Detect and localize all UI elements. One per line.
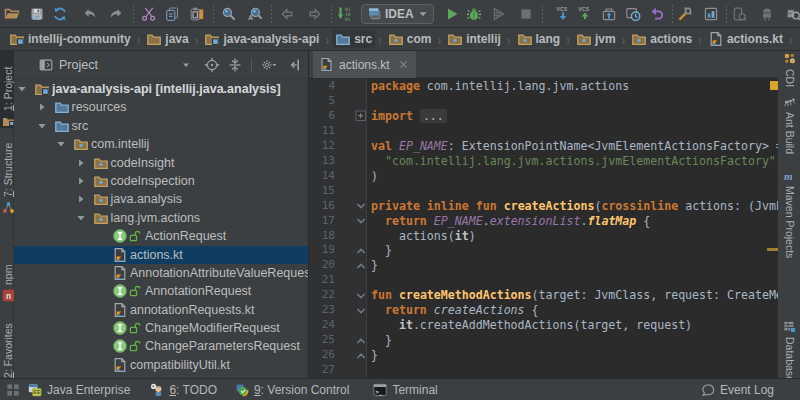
save-all-button[interactable]	[29, 6, 45, 22]
code-line-23[interactable]: 23 return createActions {	[309, 303, 778, 318]
debug-button[interactable]	[466, 6, 482, 22]
close-x-icon[interactable]	[398, 59, 409, 70]
dropdown-arrow-icon[interactable]	[180, 59, 192, 71]
code-line-13[interactable]: 13 "com.intellij.lang.jvm.actions.jvmEle…	[309, 154, 778, 169]
tree-item-changeparametersrequest[interactable]: ChangeParametersRequest	[14, 337, 308, 355]
code-line-11[interactable]: 11	[309, 124, 778, 139]
tree-item-java-analysis-api[interactable]: java-analysis-api [intellij.java.analysi…	[14, 80, 308, 98]
code-line-5[interactable]: 5	[309, 94, 778, 109]
redo-button[interactable]	[108, 6, 124, 22]
tree-item-codeinsight[interactable]: codeInsight	[14, 154, 308, 172]
shelve-button[interactable]	[601, 6, 617, 22]
statusbar-java-enterprise[interactable]: EEJava Enterprise	[28, 383, 130, 397]
local-history-button[interactable]	[625, 6, 641, 22]
code-line-14[interactable]: 14)	[309, 169, 778, 184]
tree-item-codeinspection[interactable]: codeInspection	[14, 172, 308, 190]
statusbar-9-version-control[interactable]: 9: Version Control	[235, 383, 349, 397]
code-line-16[interactable]: 16private inline fun createActions(cross…	[309, 199, 778, 214]
inspection-status-indicator[interactable]	[770, 81, 778, 90]
hide-panel-button[interactable]	[286, 57, 302, 73]
code-line-20[interactable]: 20}	[309, 258, 778, 273]
tree-item-lang-jvm-actions[interactable]: lang.jvm.actions	[14, 209, 308, 227]
breadcrumb-intellij-community[interactable]: intellij-community	[6, 30, 134, 48]
open-folder-button[interactable]	[4, 6, 20, 22]
paste-button[interactable]	[189, 6, 205, 22]
project-structure-button[interactable]	[703, 6, 719, 22]
code-line-26[interactable]: 26}	[309, 348, 778, 363]
tree-item-changemodifierrequest[interactable]: ChangeModifierRequest	[14, 319, 308, 337]
gear-button[interactable]	[259, 57, 279, 73]
tool-button-7-structure[interactable]: 7: Structure	[1, 143, 15, 214]
collapse-all-button[interactable]	[227, 57, 243, 73]
tool-button-2-favorites[interactable]: 2: Favorites	[1, 323, 15, 378]
fold-region-icon[interactable]	[355, 245, 367, 257]
code-line-18[interactable]: 18 actions(it)	[309, 229, 778, 244]
code-line-25[interactable]: 25 }	[309, 333, 778, 348]
breadcrumb-actions.kt[interactable]: actions.kt	[705, 30, 786, 48]
tree-arrow-collapsed[interactable]	[75, 175, 87, 187]
tool-button-ant-build[interactable]: Ant Build	[783, 95, 797, 154]
breadcrumb-actions[interactable]: actions	[628, 30, 695, 48]
tree-item-actionrequest[interactable]: ActionRequest	[14, 227, 308, 245]
fold-region-icon[interactable]	[355, 260, 367, 272]
breadcrumb-java[interactable]: java	[143, 30, 191, 48]
tree-arrow-expanded[interactable]	[75, 212, 87, 224]
stop-button[interactable]	[518, 6, 534, 22]
device-monitor-button[interactable]	[731, 6, 747, 22]
run-configuration-combo[interactable]: IDEA	[361, 4, 434, 24]
code-line-19[interactable]: 19 }	[309, 243, 778, 258]
breadcrumb-java-analysis-api[interactable]: java-analysis-api	[201, 30, 322, 48]
synchronize-button[interactable]	[52, 6, 68, 22]
breadcrumb-com[interactable]: com	[385, 30, 435, 48]
tree-arrow-expanded[interactable]	[16, 83, 28, 95]
tree-arrow-collapsed[interactable]	[75, 157, 87, 169]
breadcrumb-jvm[interactable]: jvm	[573, 30, 619, 48]
tree-item-annotationrequest[interactable]: AnnotationRequest	[14, 282, 308, 300]
warning-stripe-mark[interactable]	[767, 248, 778, 251]
tool-button-maven-projects[interactable]: mMaven Projects	[783, 169, 797, 258]
tree-arrow-expanded[interactable]	[55, 138, 67, 150]
settings-button[interactable]	[677, 6, 693, 22]
tree-arrow-collapsed[interactable]	[75, 193, 87, 205]
fold-region-icon[interactable]	[355, 215, 367, 227]
tree-item-annotationattributevaluerequest[interactable]: AnnotationAttributeValueRequest	[14, 264, 308, 282]
tree-item-src[interactable]: src	[14, 117, 308, 135]
cut-button[interactable]	[141, 6, 157, 22]
tree-item-compatibilityutil-kt[interactable]: compatibilityUtil.kt	[14, 356, 308, 374]
find-button[interactable]	[221, 6, 237, 22]
tree-arrow-expanded[interactable]	[36, 120, 48, 132]
tool-button-database[interactable]: Database	[783, 320, 797, 382]
fold-region-icon[interactable]	[355, 305, 367, 317]
tree-item-resources[interactable]: resources	[14, 98, 308, 116]
fold-region-icon[interactable]	[355, 350, 367, 362]
tool-button-npm[interactable]: nnpm	[1, 265, 15, 302]
code-line-12[interactable]: 12val EP_NAME: ExtensionPointName<JvmEle…	[309, 139, 778, 154]
forward-button[interactable]	[307, 6, 323, 22]
tool-button-1-project[interactable]: 1: Project	[1, 67, 15, 128]
android-device-search-button[interactable]	[783, 6, 800, 22]
tree-item-java-analysis[interactable]: java.analysis	[14, 190, 308, 208]
code-line-17[interactable]: 17 return EP_NAME.extensionList.flatMap …	[309, 214, 778, 229]
code-line-22[interactable]: 22fun createMethodActions(target: JvmCla…	[309, 288, 778, 303]
avd-manager-button[interactable]	[759, 6, 775, 22]
code-line-6[interactable]: 6import ...	[309, 109, 778, 124]
tree-item-annotationrequests-kt[interactable]: annotationRequests.kt	[14, 301, 308, 319]
code-line-4[interactable]: 4package com.intellij.lang.jvm.actions	[309, 79, 778, 94]
rollback-button[interactable]	[649, 6, 665, 22]
breadcrumb-src[interactable]: src	[332, 30, 375, 48]
code-line-27[interactable]: 27	[309, 363, 778, 378]
statusbar-terminal[interactable]: >_Terminal	[373, 383, 437, 397]
copy-button[interactable]	[164, 6, 180, 22]
code-line-24[interactable]: 24 it.createAddMethodActions(target, req…	[309, 318, 778, 333]
code-line-21[interactable]: 21	[309, 273, 778, 288]
run-with-coverage-button[interactable]	[490, 6, 506, 22]
undo-button[interactable]	[82, 6, 98, 22]
editor-tab-actions-kt[interactable]: actions.kt	[313, 51, 416, 78]
fold-expand-icon[interactable]	[355, 110, 367, 122]
locate-button[interactable]	[204, 57, 220, 73]
find-in-path-button[interactable]: A	[247, 6, 263, 22]
vcs-commit-button[interactable]: VCS	[575, 6, 595, 22]
statusbar-6-todo[interactable]: 6: TODO	[150, 383, 217, 397]
breadcrumb-lang[interactable]: lang	[514, 30, 564, 48]
vcs-update-button[interactable]: VCS	[553, 6, 573, 22]
